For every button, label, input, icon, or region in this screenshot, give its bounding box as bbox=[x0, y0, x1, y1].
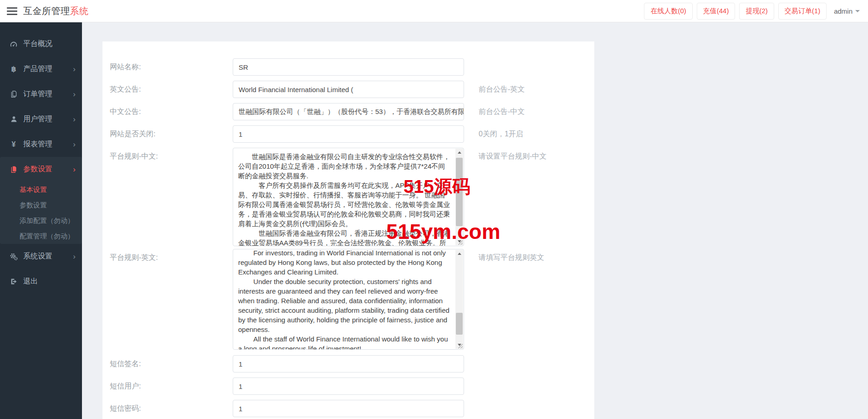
form-row-platform-rules-chinese: 平台规则-中文: 世融国际是香港金融业有限公司自主研发的专业综合性交易软件，公司… bbox=[110, 148, 594, 246]
site-closed-input[interactable]: 1 bbox=[233, 125, 464, 143]
field-hint: 前台公告-中文 bbox=[479, 103, 525, 120]
sidebar-item-order-management[interactable]: 订单管理 › bbox=[0, 82, 82, 107]
trade-orders-button[interactable]: 交易订单(1) bbox=[778, 3, 827, 20]
textarea-text: 世融国际是香港金融业有限公司自主研发的专业综合性交易软件，公司自2010年起立足… bbox=[238, 152, 451, 246]
scrollbar[interactable] bbox=[455, 149, 463, 245]
field-label: 短信密码: bbox=[110, 400, 233, 417]
sms-signature-input[interactable]: 1 bbox=[233, 355, 464, 372]
sidebar-subitem-config-management[interactable]: 配置管理（勿动） bbox=[0, 228, 82, 244]
field-hint: 请设置平台规则-中文 bbox=[479, 148, 546, 246]
platform-rules-chinese-textarea[interactable]: 世融国际是香港金融业有限公司自主研发的专业综合性交易软件，公司自2010年起立足… bbox=[233, 148, 464, 246]
withdraw-button[interactable]: 提现(2) bbox=[739, 3, 774, 20]
scrollbar[interactable] bbox=[455, 250, 463, 349]
main-content: 网站名称: SR 英文公告: World Financial Internati… bbox=[82, 22, 868, 419]
chevron-down-icon bbox=[855, 10, 860, 12]
sidebar-item-label: 产品管理 bbox=[23, 64, 52, 74]
sidebar-item-label: 订单管理 bbox=[23, 89, 52, 99]
sidebar-item-label: 平台概况 bbox=[23, 39, 52, 49]
chevron-right-icon: › bbox=[73, 65, 76, 73]
sidebar-group-parameter-settings: 参数设置 › 基本设置 参数设置 添加配置（勿动） 配置管理（勿动） bbox=[0, 157, 82, 244]
field-label: 平台规则-英文: bbox=[110, 249, 233, 350]
chevron-right-icon: › bbox=[73, 140, 76, 148]
form-row-site-closed: 网站是否关闭: 1 0关闭，1开启 bbox=[110, 125, 594, 143]
form-row-english-announcement: 英文公告: World Financial International Limi… bbox=[110, 81, 594, 98]
field-hint: 0关闭，1开启 bbox=[479, 125, 523, 143]
online-users-button[interactable]: 在线人数(0) bbox=[644, 3, 692, 20]
chevron-right-icon: › bbox=[73, 253, 76, 260]
sidebar-item-system-settings[interactable]: 系统设置 › bbox=[0, 244, 82, 269]
sidebar-item-parameter-settings[interactable]: 参数设置 › bbox=[0, 157, 82, 182]
form-row-sms-user: 短信用户: 1 bbox=[110, 378, 594, 395]
english-announcement-input[interactable]: World Financial International Limited ( bbox=[233, 81, 464, 98]
hamburger-menu-icon[interactable] bbox=[7, 5, 17, 17]
sidebar-subitem-add-config[interactable]: 添加配置（勿动） bbox=[0, 213, 82, 228]
platform-rules-english-textarea[interactable]: For investors, trading in World Financia… bbox=[233, 249, 464, 350]
field-hint: 前台公告-英文 bbox=[479, 81, 525, 98]
sidebar-item-product-management[interactable]: ฿ 产品管理 › bbox=[0, 57, 82, 82]
chinese-announcement-input[interactable]: 世融国际有限公司（「世融」）（股份代号：53），于香港联合交易所有限公司 bbox=[233, 103, 464, 120]
chevron-right-icon: › bbox=[73, 90, 76, 98]
scrollbar-thumb[interactable] bbox=[456, 313, 463, 335]
orders-icon bbox=[9, 90, 19, 98]
top-header: 互金所管理系统 在线人数(0) 充值(44) 提现(2) 交易订单(1) adm… bbox=[0, 0, 868, 22]
chevron-right-icon: › bbox=[73, 115, 76, 123]
form-row-sms-password: 短信密码: 1 bbox=[110, 400, 594, 417]
recharge-button[interactable]: 充值(44) bbox=[697, 3, 735, 20]
sidebar-item-label: 报表管理 bbox=[23, 140, 52, 149]
scrollbar-thumb[interactable] bbox=[456, 158, 463, 226]
form-row-platform-rules-english: 平台规则-英文: For investors, trading in World… bbox=[110, 249, 594, 350]
field-label: 网站名称: bbox=[110, 58, 233, 76]
sidebar-item-label: 参数设置 bbox=[23, 165, 52, 174]
basic-settings-form: 网站名称: SR 英文公告: World Financial Internati… bbox=[102, 41, 594, 417]
logout-icon bbox=[9, 278, 19, 285]
field-label: 短信用户: bbox=[110, 378, 233, 395]
sms-user-input[interactable]: 1 bbox=[233, 378, 464, 395]
settings-form-card: 网站名称: SR 英文公告: World Financial Internati… bbox=[102, 41, 594, 419]
chevron-right-icon: › bbox=[73, 166, 76, 173]
gears-icon bbox=[9, 253, 19, 261]
sidebar-item-label: 系统设置 bbox=[23, 252, 52, 261]
field-label: 英文公告: bbox=[110, 81, 233, 98]
app-title-main: 互金所管理 bbox=[23, 6, 70, 16]
field-label: 网站是否关闭: bbox=[110, 125, 233, 143]
admin-user-name: admin bbox=[834, 7, 853, 15]
bitcoin-icon: ฿ bbox=[9, 65, 19, 73]
app-title-accent: 系统 bbox=[70, 6, 89, 16]
sidebar-item-platform-overview[interactable]: 平台概况 bbox=[0, 31, 82, 57]
sidebar-item-report-management[interactable]: ¥ 报表管理 › bbox=[0, 132, 82, 157]
field-label: 中文公告: bbox=[110, 103, 233, 120]
form-row-site-name: 网站名称: SR bbox=[110, 58, 594, 76]
form-row-sms-signature: 短信签名: 1 bbox=[110, 355, 594, 372]
scroll-up-icon[interactable] bbox=[455, 149, 463, 156]
site-name-input[interactable]: SR bbox=[233, 58, 464, 76]
form-row-chinese-announcement: 中文公告: 世融国际有限公司（「世融」）（股份代号：53），于香港联合交易所有限… bbox=[110, 103, 594, 120]
textarea-text: For investors, trading in World Financia… bbox=[238, 249, 451, 350]
sidebar-nav: 平台概况 ฿ 产品管理 › 订单管理 › 用户管理 › ¥ 报表管理 › 参数设… bbox=[0, 22, 82, 419]
field-hint: 请填写平台规则英文 bbox=[479, 249, 544, 350]
sidebar-item-label: 退出 bbox=[23, 277, 38, 286]
admin-user-dropdown[interactable]: admin bbox=[834, 7, 860, 15]
scroll-up-icon[interactable] bbox=[455, 250, 463, 258]
sidebar-subitem-basic-settings[interactable]: 基本设置 bbox=[0, 182, 82, 197]
sidebar-subitem-parameter-settings[interactable]: 参数设置 bbox=[0, 197, 82, 213]
field-label: 平台规则-中文: bbox=[110, 148, 233, 246]
sidebar-item-logout[interactable]: 退出 bbox=[0, 269, 82, 294]
sms-password-input[interactable]: 1 bbox=[233, 400, 464, 417]
header-actions: 在线人数(0) 充值(44) 提现(2) 交易订单(1) admin bbox=[640, 3, 868, 20]
file-red-icon bbox=[9, 166, 19, 173]
user-icon bbox=[9, 115, 19, 123]
sidebar-item-label: 用户管理 bbox=[23, 114, 52, 124]
field-label: 短信签名: bbox=[110, 355, 233, 372]
dashboard-icon bbox=[9, 40, 19, 48]
sidebar-item-user-management[interactable]: 用户管理 › bbox=[0, 107, 82, 132]
yen-icon: ¥ bbox=[9, 140, 19, 149]
app-title: 互金所管理系统 bbox=[23, 5, 89, 17]
